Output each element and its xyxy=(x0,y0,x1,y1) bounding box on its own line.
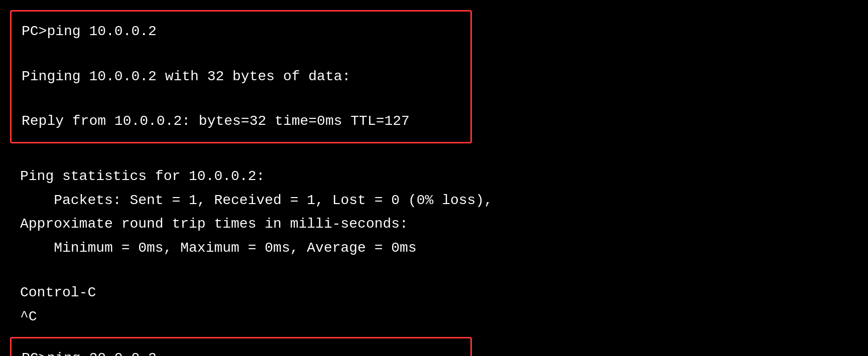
control-section: Control-C ^C xyxy=(10,277,858,332)
ping1-line5: Reply from 10.0.0.2: bytes=32 time=0ms T… xyxy=(22,110,460,133)
control-line1: Control-C xyxy=(20,281,848,305)
terminal-container: PC>ping 10.0.0.2 Pinging 10.0.0.2 with 3… xyxy=(0,5,868,356)
stats-line4: Minimum = 0ms, Maximum = 0ms, Average = … xyxy=(20,236,848,260)
stats-line3: Approximate round trip times in milli-se… xyxy=(20,212,848,236)
control-line2: ^C xyxy=(20,305,848,329)
ping-stats-section: Ping statistics for 10.0.0.2: Packets: S… xyxy=(10,160,858,264)
ping-box-1: PC>ping 10.0.0.2 Pinging 10.0.0.2 with 3… xyxy=(10,10,472,143)
ping1-line4 xyxy=(22,88,460,110)
stats-line1: Ping statistics for 10.0.0.2: xyxy=(20,164,848,189)
ping1-line3: Pinging 10.0.0.2 with 32 bytes of data: xyxy=(22,66,460,88)
ping1-line2 xyxy=(22,43,460,66)
stats-line2: Packets: Sent = 1, Received = 1, Lost = … xyxy=(20,189,848,213)
ping-box-2: PC>ping 20.0.0.2 Pinging 20.0.0.2 with 3… xyxy=(10,337,472,356)
ping2-line1: PC>ping 20.0.0.2 xyxy=(22,347,460,356)
ping1-line1: PC>ping 10.0.0.2 xyxy=(22,21,460,43)
